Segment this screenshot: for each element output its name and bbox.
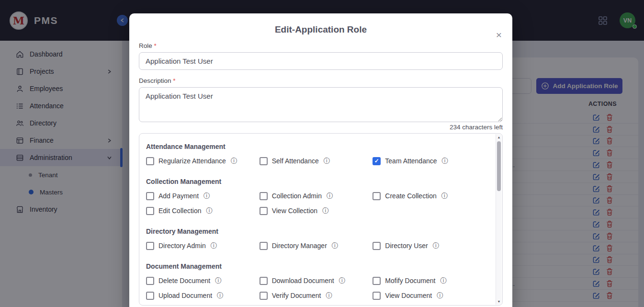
checkbox[interactable] xyxy=(373,242,381,250)
checkbox[interactable] xyxy=(260,277,268,285)
permission-item: ✓Team Attendanceⓘ xyxy=(373,157,486,165)
permission-item: Directory Userⓘ xyxy=(373,241,486,250)
description-label-text: Description xyxy=(139,77,171,84)
permission-group-title: Attendance Management xyxy=(146,143,486,150)
checkbox[interactable] xyxy=(260,207,268,215)
checkbox[interactable] xyxy=(373,277,381,285)
permission-label: Directory Manager xyxy=(272,242,327,250)
permission-item: Directory Adminⓘ xyxy=(146,241,260,250)
permission-item: Directory Managerⓘ xyxy=(260,241,373,250)
permission-grid: Regularize AttendanceⓘSelf Attendanceⓘ✓T… xyxy=(146,157,486,165)
info-icon[interactable]: ⓘ xyxy=(206,206,213,215)
required-asterisk: * xyxy=(154,42,157,49)
scrollbar-thumb[interactable] xyxy=(497,141,501,191)
role-input[interactable] xyxy=(139,52,503,70)
info-icon[interactable]: ⓘ xyxy=(203,192,210,200)
permission-label: Delete Document xyxy=(158,277,210,284)
info-icon[interactable]: ⓘ xyxy=(339,276,346,285)
info-icon[interactable]: ⓘ xyxy=(441,192,448,200)
checkbox[interactable] xyxy=(146,292,154,300)
info-icon[interactable]: ⓘ xyxy=(442,157,449,165)
permission-label: Self Attendance xyxy=(272,157,319,165)
permission-grid: Delete DocumentⓘDownload DocumentⓘMofify… xyxy=(146,276,486,300)
edit-application-role-modal: Edit-Application Role × Role * Descripti… xyxy=(129,13,512,307)
permission-label: Edit Collection xyxy=(158,207,202,215)
checkbox[interactable] xyxy=(260,292,268,300)
permission-group: Attendance ManagementRegularize Attendan… xyxy=(146,143,486,165)
permission-group: Collection ManagementAdd PaymentⓘCollect… xyxy=(146,178,486,215)
permission-group-title: Document Management xyxy=(146,262,486,270)
permission-label: Verify Document xyxy=(272,292,321,299)
info-icon[interactable]: ⓘ xyxy=(215,276,222,285)
permission-item: Download Documentⓘ xyxy=(260,276,373,285)
permission-item: Delete Documentⓘ xyxy=(146,276,260,285)
checkbox[interactable] xyxy=(146,207,154,215)
permission-label: Add Payment xyxy=(158,192,199,200)
permission-label: Upload Document xyxy=(158,292,212,299)
permission-item: View Collectionⓘ xyxy=(260,206,373,215)
permissions-box: Attendance ManagementRegularize Attendan… xyxy=(139,133,503,306)
permission-label: Mofify Document xyxy=(385,277,435,284)
permission-item: Regularize Attendanceⓘ xyxy=(146,157,260,165)
checkbox[interactable] xyxy=(146,157,154,165)
permission-item: Verify Documentⓘ xyxy=(260,291,373,300)
info-icon[interactable]: ⓘ xyxy=(217,291,224,300)
permission-item: Upload Documentⓘ xyxy=(146,291,260,300)
role-label-text: Role xyxy=(139,42,152,49)
info-icon[interactable]: ⓘ xyxy=(211,241,217,250)
info-icon[interactable]: ⓘ xyxy=(433,241,440,250)
permission-label: Create Collection xyxy=(385,192,436,200)
checkbox[interactable] xyxy=(260,157,268,165)
info-icon[interactable]: ⓘ xyxy=(324,157,330,165)
modal-title: Edit-Application Role xyxy=(139,13,503,35)
permission-groups: Attendance ManagementRegularize Attendan… xyxy=(139,134,502,306)
permission-label: View Collection xyxy=(272,207,317,215)
permission-item: Mofify Documentⓘ xyxy=(373,276,486,285)
permission-item: View Documentⓘ xyxy=(373,291,486,300)
permission-label: Download Document xyxy=(272,277,334,284)
info-icon[interactable]: ⓘ xyxy=(332,241,339,250)
permission-group: Directory ManagementDirectory AdminⓘDire… xyxy=(146,227,486,250)
required-asterisk: * xyxy=(173,77,175,84)
permission-label: View Document xyxy=(385,292,432,299)
checkbox[interactable] xyxy=(146,242,154,250)
info-icon[interactable]: ⓘ xyxy=(437,291,443,300)
checkbox[interactable]: ✓ xyxy=(373,157,381,165)
permission-item: Edit Collectionⓘ xyxy=(146,206,260,215)
role-label: Role * xyxy=(139,42,503,49)
info-icon[interactable]: ⓘ xyxy=(327,192,333,200)
permission-label: Regularize Attendance xyxy=(158,157,226,165)
checkbox[interactable] xyxy=(146,192,154,200)
checkbox[interactable] xyxy=(146,277,154,285)
permission-label: Directory Admin xyxy=(158,242,206,250)
description-label: Description * xyxy=(139,77,503,84)
description-textarea[interactable]: Application Test User xyxy=(139,87,503,122)
permission-label: Collection Admin xyxy=(272,192,322,200)
info-icon[interactable]: ⓘ xyxy=(322,206,329,215)
permission-group: Document ManagementDelete DocumentⓘDownl… xyxy=(146,262,486,300)
permission-grid: Directory AdminⓘDirectory ManagerⓘDirect… xyxy=(146,241,486,250)
checkbox[interactable] xyxy=(373,292,381,300)
permission-group-title: Directory Management xyxy=(146,227,486,235)
permissions-scrollbar[interactable]: ▲ ▼ xyxy=(496,134,502,305)
permission-group-title: Collection Management xyxy=(146,178,486,185)
info-icon[interactable]: ⓘ xyxy=(326,291,332,300)
permission-grid: Add PaymentⓘCollection AdminⓘCreate Coll… xyxy=(146,192,486,215)
permission-label: Team Attendance xyxy=(385,157,437,165)
characters-left-counter: 234 characters left xyxy=(139,124,503,131)
permission-item: Add Paymentⓘ xyxy=(146,192,260,200)
scroll-down-icon[interactable]: ▼ xyxy=(496,300,502,303)
checkbox[interactable] xyxy=(373,192,381,200)
permission-item: Self Attendanceⓘ xyxy=(260,157,373,165)
scroll-up-icon[interactable]: ▲ xyxy=(496,136,502,139)
permission-item: Collection Adminⓘ xyxy=(260,192,373,200)
checkbox[interactable] xyxy=(260,192,268,200)
checkbox[interactable] xyxy=(260,242,268,250)
info-icon[interactable]: ⓘ xyxy=(440,276,447,285)
permission-item: Create Collectionⓘ xyxy=(373,192,486,200)
info-icon[interactable]: ⓘ xyxy=(231,157,237,165)
permission-label: Directory User xyxy=(385,242,428,250)
close-icon[interactable]: × xyxy=(496,30,502,40)
